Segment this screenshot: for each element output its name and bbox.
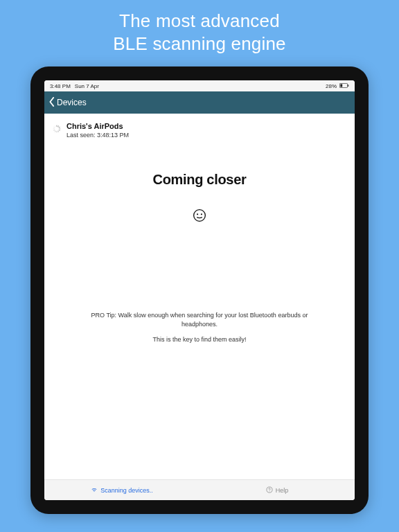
tip-line-1: PRO Tip: Walk slow enough when searching…: [83, 311, 316, 328]
tablet-frame: 3:48 PM Sun 7 Apr 28% Devices: [30, 66, 369, 514]
status-left: 3:48 PM Sun 7 Apr: [50, 83, 99, 89]
device-row[interactable]: Chris's AirPods Last seen: 3:48:13 PM: [44, 114, 355, 144]
svg-point-16: [197, 213, 198, 215]
neutral-face-icon: [44, 209, 355, 222]
svg-rect-2: [340, 84, 342, 87]
chevron-left-icon: [48, 97, 55, 109]
tip-line-2: This is the key to find them easily!: [83, 335, 316, 344]
nav-bar: Devices: [44, 91, 355, 114]
scan-button[interactable]: Scanning devices..: [44, 486, 200, 495]
svg-rect-8: [57, 130, 59, 132]
svg-point-17: [201, 213, 202, 215]
back-label: Devices: [57, 98, 87, 107]
tip-block: PRO Tip: Walk slow enough when searching…: [44, 311, 355, 344]
help-button[interactable]: Help: [200, 486, 355, 495]
content: Chris's AirPods Last seen: 3:48:13 PM Co…: [44, 114, 355, 479]
svg-point-19: [269, 490, 269, 491]
svg-rect-10: [55, 130, 56, 132]
help-icon: [266, 486, 273, 495]
svg-rect-6: [59, 129, 61, 130]
promo-headline: The most advanced BLE scanning engine: [0, 0, 399, 55]
proximity-status: Coming closer: [44, 172, 355, 188]
status-battery: 28%: [326, 83, 337, 89]
svg-rect-9: [57, 131, 57, 133]
help-label: Help: [276, 487, 289, 494]
status-time: 3:48 PM: [50, 83, 71, 89]
device-last-seen: Last seen: 3:48:13 PM: [66, 132, 129, 139]
svg-rect-3: [57, 125, 57, 127]
spinner-icon: [53, 123, 61, 132]
toolbar: Scanning devices.. Help: [44, 479, 355, 500]
svg-rect-7: [58, 130, 60, 131]
status-bar: 3:48 PM Sun 7 Apr 28%: [44, 80, 355, 91]
status-right: 28%: [323, 83, 349, 89]
device-name: Chris's AirPods: [66, 122, 129, 130]
status-date: Sun 7 Apr: [75, 83, 99, 89]
svg-rect-11: [53, 130, 55, 131]
scan-label: Scanning devices..: [100, 487, 153, 494]
back-button[interactable]: Devices: [48, 97, 87, 109]
screen: 3:48 PM Sun 7 Apr 28% Devices: [44, 80, 355, 500]
svg-point-15: [194, 210, 206, 222]
promo-line-1: The most advanced: [0, 10, 399, 33]
promo-line-2: BLE scanning engine: [0, 33, 399, 55]
battery-icon: [339, 83, 349, 89]
wifi-scan-icon: [91, 486, 98, 495]
svg-rect-12: [53, 129, 55, 130]
svg-rect-13: [53, 127, 55, 128]
svg-rect-1: [348, 85, 348, 87]
svg-rect-4: [57, 125, 59, 127]
svg-rect-5: [58, 127, 60, 128]
svg-rect-14: [55, 125, 56, 127]
device-info: Chris's AirPods Last seen: 3:48:13 PM: [66, 122, 129, 139]
